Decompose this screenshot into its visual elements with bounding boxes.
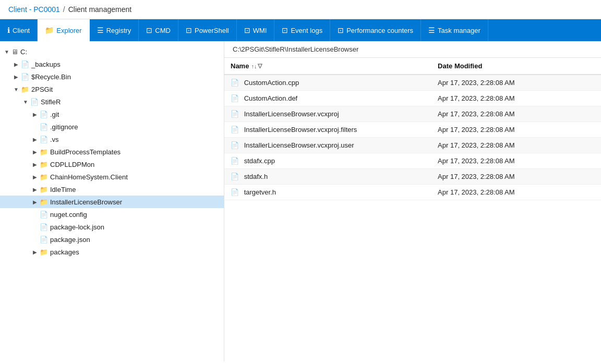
col-name[interactable]: Name ↑↓ ▽ <box>224 58 431 75</box>
tree-item-installer[interactable]: ▶ 📁 InstallerLicenseBrowser <box>0 196 224 208</box>
toggle-packages[interactable]: ▶ <box>30 247 40 257</box>
tab-taskmanager-label: Task manager <box>438 27 480 34</box>
sort-icon[interactable]: ↑↓ <box>251 63 257 69</box>
breadcrumb: Client - PC0001 / Client management <box>0 0 601 19</box>
file-name: CustomAction.def <box>244 94 298 102</box>
tree-item-chainhome[interactable]: ▶ 📁 ChainHomeSystem.Client <box>0 171 224 183</box>
file-icon: 📄 <box>231 126 239 134</box>
table-row[interactable]: 📄 CustomAction.cpp Apr 17, 2023, 2:28:08… <box>224 75 601 91</box>
table-row[interactable]: 📄 stdafx.h Apr 17, 2023, 2:28:08 AM <box>224 169 601 185</box>
powershell-icon: ⊡ <box>186 26 192 34</box>
table-row[interactable]: 📄 stdafx.cpp Apr 17, 2023, 2:28:08 AM <box>224 153 601 169</box>
tree-item-git[interactable]: ▶ 📄 .git <box>0 108 224 120</box>
file-name-cell: 📄 stdafx.cpp <box>224 153 431 169</box>
file-name-cell: 📄 CustomAction.def <box>224 91 431 106</box>
tab-cmd[interactable]: ⊡ CMD <box>139 19 178 41</box>
tree-label-pkglock: package-lock.json <box>50 223 104 231</box>
tab-eventlogs[interactable]: ⊡ Event logs <box>274 19 330 41</box>
toggle-buildprocess[interactable]: ▶ <box>30 147 40 156</box>
tree-item-backups[interactable]: ▶ 📄 _backups <box>0 58 224 70</box>
tree-item-recycle[interactable]: ▶ 📄 $Recycle.Bin <box>0 70 224 83</box>
tree-item-packages[interactable]: ▶ 📁 packages <box>0 246 224 258</box>
file-name: InstallerLicenseBrowser.vcxproj.user <box>244 141 354 149</box>
file-date-cell: Apr 17, 2023, 2:28:08 AM <box>431 185 601 200</box>
client-icon: ℹ <box>7 26 10 34</box>
file-name-cell: 📄 InstallerLicenseBrowser.vcxproj.filter… <box>224 122 431 138</box>
tab-powershell[interactable]: ⊡ PowerShell <box>178 19 237 41</box>
file-icon: 📄 <box>231 157 239 165</box>
tree-item-pkglock[interactable]: 📄 package-lock.json <box>0 221 224 233</box>
tree-item-idletime[interactable]: ▶ 📁 IdleTime <box>0 183 224 196</box>
wmi-icon: ⊡ <box>244 26 250 34</box>
table-row[interactable]: 📄 CustomAction.def Apr 17, 2023, 2:28:08… <box>224 91 601 106</box>
tab-explorer[interactable]: 📁 Explorer <box>38 19 89 41</box>
folder-icon-recycle: 📄 <box>21 73 29 81</box>
folder-icon-idletime: 📁 <box>40 186 48 193</box>
toggle-stifler[interactable]: ▼ <box>21 97 30 106</box>
tab-cmd-label: CMD <box>155 27 171 34</box>
tab-client[interactable]: ℹ Client <box>0 19 38 41</box>
file-icon-nuget: 📄 <box>40 211 48 219</box>
tree-item-buildprocess[interactable]: ▶ 📁 BuildProcessTemplates <box>0 145 224 158</box>
table-row[interactable]: 📄 InstallerLicenseBrowser.vcxproj.filter… <box>224 122 601 138</box>
folder-icon-installer: 📁 <box>40 198 48 206</box>
file-date-cell: Apr 17, 2023, 2:28:08 AM <box>431 75 601 91</box>
tab-wmi[interactable]: ⊡ WMI <box>237 19 275 41</box>
tree-label-psgit: 2PSGit <box>31 86 53 93</box>
file-date-cell: Apr 17, 2023, 2:28:08 AM <box>431 106 601 122</box>
tree-label-vs: .vs <box>50 136 59 143</box>
folder-icon-git: 📄 <box>40 111 48 118</box>
table-row[interactable]: 📄 InstallerLicenseBrowser.vcxproj Apr 17… <box>224 106 601 122</box>
nav-tabs: ℹ Client 📁 Explorer ☰ Registry ⊡ CMD ⊡ P… <box>0 19 601 41</box>
toggle-vs[interactable]: ▶ <box>30 135 40 144</box>
tab-taskmanager[interactable]: ☰ Task manager <box>421 19 488 41</box>
tree-label-pkgjson: package.json <box>50 236 90 244</box>
folder-icon-psgit: 📁 <box>21 86 29 93</box>
toggle-chainhome[interactable]: ▶ <box>30 172 40 181</box>
toggle-c-drive[interactable]: ▼ <box>2 47 11 56</box>
tab-registry[interactable]: ☰ Registry <box>90 19 139 41</box>
tree-label-backups: _backups <box>31 60 61 68</box>
toggle-git[interactable]: ▶ <box>30 110 40 119</box>
tree-item-gitignore[interactable]: 📄 .gitignore <box>0 120 224 133</box>
breadcrumb-current: Client management <box>68 5 131 14</box>
file-date-cell: Apr 17, 2023, 2:28:08 AM <box>431 138 601 153</box>
perfcounters-icon: ⊡ <box>338 26 344 34</box>
breadcrumb-separator: / <box>63 5 65 14</box>
tree-item-pkgjson[interactable]: 📄 package.json <box>0 233 224 246</box>
folder-icon-chainhome: 📁 <box>40 173 48 181</box>
tree-item-stifler[interactable]: ▼ 📄 StifleR <box>0 95 224 108</box>
filter-icon[interactable]: ▽ <box>258 63 262 69</box>
breadcrumb-link[interactable]: Client - PC0001 <box>8 5 60 14</box>
tree-label-stifler: StifleR <box>41 98 61 106</box>
table-row[interactable]: 📄 InstallerLicenseBrowser.vcxproj.user A… <box>224 138 601 153</box>
file-date-cell: Apr 17, 2023, 2:28:08 AM <box>431 153 601 169</box>
explorer-icon: 📁 <box>45 26 54 34</box>
taskmanager-icon: ☰ <box>428 26 435 34</box>
toggle-recycle[interactable]: ▶ <box>11 72 21 81</box>
registry-icon: ☰ <box>97 26 104 34</box>
tree-label-idletime: IdleTime <box>50 186 76 193</box>
toggle-backups[interactable]: ▶ <box>11 59 21 69</box>
tree-item-nuget[interactable]: 📄 nuget.config <box>0 208 224 221</box>
toggle-cdplldpmon[interactable]: ▶ <box>30 160 40 169</box>
tree-item-cdplldpmon[interactable]: ▶ 📁 CDPLLDPMon <box>0 158 224 171</box>
tab-eventlogs-label: Event logs <box>291 27 322 34</box>
tab-perfcounters[interactable]: ⊡ Performance counters <box>330 19 421 41</box>
tree-item-c-drive[interactable]: ▼ 🖥 C: <box>0 45 224 58</box>
cmd-icon: ⊡ <box>146 26 152 34</box>
file-table: Name ↑↓ ▽ Date Modified 📄 CustomAction.c… <box>224 58 601 200</box>
col-name-label: Name <box>231 62 249 70</box>
tree-label-gitignore: .gitignore <box>50 123 78 131</box>
toggle-idletime[interactable]: ▶ <box>30 185 40 194</box>
tree-item-vs[interactable]: ▶ 📄 .vs <box>0 133 224 145</box>
col-date[interactable]: Date Modified <box>431 58 601 75</box>
toggle-psgit[interactable]: ▼ <box>11 84 21 94</box>
main-layout: ▼ 🖥 C: ▶ 📄 _backups ▶ 📄 $Recycle.Bin ▼ 📁… <box>0 41 601 361</box>
table-row[interactable]: 📄 targetver.h Apr 17, 2023, 2:28:08 AM <box>224 185 601 200</box>
file-date-cell: Apr 17, 2023, 2:28:08 AM <box>431 122 601 138</box>
toggle-installer[interactable]: ▶ <box>30 197 40 207</box>
tree-label-buildprocess: BuildProcessTemplates <box>50 148 121 156</box>
tree-label-installer: InstallerLicenseBrowser <box>50 198 122 206</box>
tree-item-psgit[interactable]: ▼ 📁 2PSGit <box>0 83 224 95</box>
